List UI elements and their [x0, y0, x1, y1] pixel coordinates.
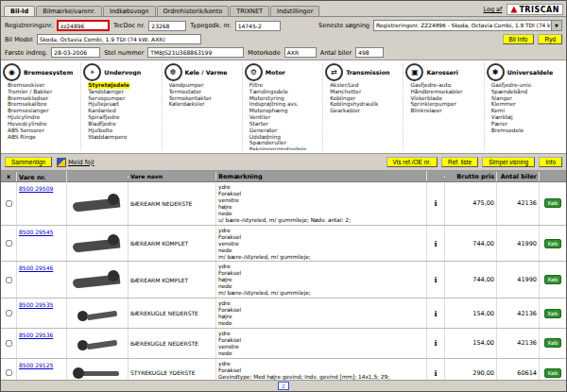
product-thumbnail[interactable]: [71, 266, 124, 293]
registreringsnr-input[interactable]: [57, 20, 110, 31]
nav-tab[interactable]: Ordrehistorik/konto: [157, 6, 230, 16]
category-item[interactable]: Pakninger/motordele: [249, 146, 320, 150]
category-title[interactable]: Motor: [266, 69, 285, 76]
category-item[interactable]: Slanger: [491, 95, 562, 102]
buy-button[interactable]: Køb: [544, 239, 561, 248]
nav-tab[interactable]: TRIXNET: [230, 6, 269, 16]
category-item[interactable]: Filtre: [249, 82, 320, 89]
category-item[interactable]: Bremsedele: [491, 128, 562, 134]
row-checkbox[interactable]: [6, 200, 12, 207]
info-icon[interactable]: i: [434, 198, 437, 208]
category-item[interactable]: Tromler / Bakker: [8, 89, 78, 95]
category-title[interactable]: Køle / Varme: [185, 69, 228, 76]
category-item[interactable]: Ventiler: [249, 114, 320, 121]
category-item[interactable]: Bremsekalibre: [8, 101, 78, 108]
buy-button[interactable]: Køb: [544, 275, 561, 284]
vare-nr-link[interactable]: 8500 29536: [19, 332, 53, 338]
row-checkbox[interactable]: [6, 277, 12, 283]
category-title[interactable]: Universaldele: [507, 69, 554, 76]
vare-nr-link[interactable]: 8500 29125: [19, 362, 53, 368]
category-item[interactable]: Styretøjsdele: [88, 82, 129, 89]
vare-nr-link[interactable]: 8500 29509: [19, 185, 53, 192]
category-item[interactable]: ABS Sensorer: [8, 128, 78, 134]
category-item[interactable]: Klemmer: [491, 101, 562, 108]
seneste-soegning-dropdown[interactable]: Registreringsnr. ZZ24896 - Skoda, Octavi…: [373, 20, 562, 31]
category-item[interactable]: Værktøj: [491, 114, 562, 121]
category-item[interactable]: Generator: [249, 128, 320, 134]
category-item[interactable]: Håndbremsekabler: [410, 89, 481, 95]
category-item[interactable]: Servopumper: [88, 95, 159, 102]
vis-ref-oe-button[interactable]: Vis ref./OE nr.: [387, 157, 438, 167]
category-item[interactable]: Aksler/Led: [330, 82, 401, 89]
simpel-visning-button[interactable]: Simpel visning: [482, 157, 535, 167]
category-item[interactable]: Starter: [249, 121, 320, 128]
page-indicator[interactable]: 2: [278, 382, 289, 390]
category-item[interactable]: Sprinklerpumper: [410, 101, 481, 108]
nav-tab[interactable]: Bilmærke/varenr.: [36, 6, 102, 16]
product-thumbnail[interactable]: [71, 230, 124, 257]
category-item[interactable]: Koblinger: [330, 95, 401, 102]
bil-info-button[interactable]: Bil Info: [503, 34, 535, 44]
info-icon[interactable]: i: [434, 338, 437, 348]
info-icon[interactable]: i: [434, 239, 437, 248]
chevron-down-icon[interactable]: ▼: [551, 21, 561, 30]
category-item[interactable]: Motorophæng: [249, 108, 320, 114]
category-item[interactable]: Hjulbolte: [88, 128, 159, 134]
category-item[interactable]: Termostater: [169, 89, 240, 95]
category-item[interactable]: Kølerdæksler: [169, 101, 240, 108]
meld-fejl-link[interactable]: Meld fejl: [68, 159, 94, 166]
row-checkbox[interactable]: [6, 310, 12, 316]
nav-tab[interactable]: Bil-Id: [4, 6, 35, 16]
category-item[interactable]: Støddæmpere: [88, 134, 159, 141]
nav-tab[interactable]: Indkøbsvogn: [103, 6, 156, 16]
category-item[interactable]: Gasfjedre-auto: [410, 82, 481, 89]
buy-button[interactable]: Køb: [544, 309, 561, 318]
category-item[interactable]: Manchetter: [330, 89, 401, 95]
ref-liste-button[interactable]: Ref. liste: [441, 157, 478, 167]
category-item[interactable]: Kardanled: [88, 108, 159, 114]
row-checkbox[interactable]: [6, 340, 12, 347]
category-item[interactable]: Pærer: [491, 121, 562, 128]
category-title[interactable]: Karosseri: [426, 69, 458, 76]
vare-nr-link[interactable]: 8500 29535: [19, 301, 53, 308]
category-item[interactable]: Termokontakter: [169, 95, 240, 102]
row-checkbox[interactable]: [6, 240, 12, 247]
category-item[interactable]: Motorstyring: [249, 95, 320, 102]
info-icon[interactable]: i: [434, 368, 437, 378]
category-item[interactable]: Vandpumper: [169, 82, 240, 89]
category-title[interactable]: Bremsesystem: [24, 69, 73, 76]
category-item[interactable]: Indsprøjtning avs.: [249, 101, 320, 108]
category-title[interactable]: Undervogn: [104, 69, 141, 76]
buy-button[interactable]: Køb: [544, 338, 561, 348]
category-item[interactable]: Viskerblade: [410, 95, 481, 102]
category-item[interactable]: Tandstænger: [88, 89, 159, 95]
product-thumbnail[interactable]: [71, 190, 124, 216]
category-item[interactable]: Bladfjedre: [88, 121, 159, 128]
product-thumbnail[interactable]: [71, 300, 124, 327]
category-item[interactable]: Hjulcylindre: [8, 114, 78, 121]
category-item[interactable]: Hjullejesæt: [88, 101, 159, 108]
category-item[interactable]: Spiralfjedre: [88, 114, 159, 121]
log-out-link[interactable]: Log af: [483, 6, 502, 13]
product-thumbnail[interactable]: [71, 330, 124, 356]
info-icon[interactable]: i: [434, 275, 437, 284]
ryd-button[interactable]: Ryd: [538, 34, 562, 44]
category-item[interactable]: ABS Ringe: [8, 134, 78, 141]
category-item[interactable]: Koblingshydraulik: [330, 101, 401, 108]
category-item[interactable]: Blinkrelæer: [410, 108, 481, 114]
nav-tab[interactable]: Indstillinger: [270, 6, 319, 16]
category-title[interactable]: Transmission: [346, 69, 389, 76]
category-item[interactable]: Spænderuller: [249, 140, 320, 146]
buy-button[interactable]: Køb: [544, 198, 561, 208]
buy-button[interactable]: Køb: [544, 368, 561, 378]
category-item[interactable]: Udstødning: [249, 134, 320, 141]
category-item[interactable]: Bremseskiver: [8, 82, 78, 89]
vare-nr-link[interactable]: 8500 29546: [19, 264, 53, 271]
category-item[interactable]: Gasfjedre-univ.: [491, 82, 562, 89]
category-item[interactable]: Bremseklodser: [8, 95, 78, 102]
category-item[interactable]: Spændebånd: [491, 89, 562, 95]
sammenlign-button[interactable]: Sammenlign: [5, 157, 52, 167]
category-item[interactable]: Hovedcylindre: [8, 121, 78, 128]
category-item[interactable]: Kemi: [491, 108, 562, 114]
info-icon[interactable]: i: [434, 309, 437, 318]
